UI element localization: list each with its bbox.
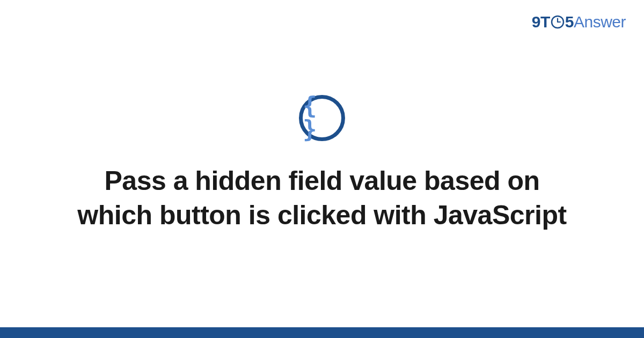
question-title: Pass a hidden field value based on which… <box>48 164 596 232</box>
category-icon-circle: { } <box>299 95 345 141</box>
code-braces-icon: { } <box>303 94 341 141</box>
main-content: { } Pass a hidden field value based on w… <box>0 0 644 327</box>
bottom-accent-bar <box>0 327 644 338</box>
